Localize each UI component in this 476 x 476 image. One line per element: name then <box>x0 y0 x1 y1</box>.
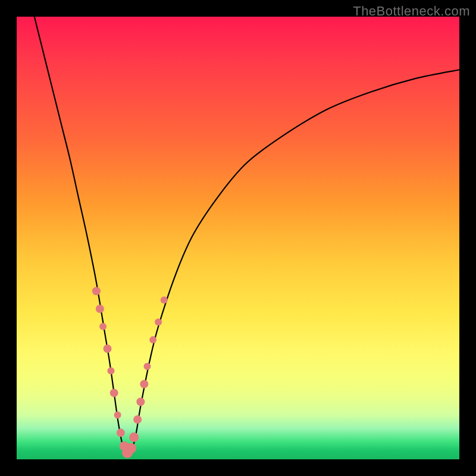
sample-dot <box>107 367 114 374</box>
plot-area <box>17 17 459 459</box>
sample-dot <box>110 389 118 397</box>
sample-dot <box>126 443 136 453</box>
sample-dots-group <box>92 287 168 458</box>
watermark-text: TheBottleneck.com <box>353 4 470 19</box>
sample-dot <box>140 380 148 389</box>
sample-dot <box>99 323 107 330</box>
sample-dot <box>133 415 142 424</box>
sample-dot <box>104 345 112 353</box>
sample-dot <box>143 363 151 370</box>
sample-dot <box>129 433 139 442</box>
sample-dot <box>136 397 145 406</box>
chart-svg <box>17 17 459 459</box>
sample-dot <box>155 318 162 325</box>
sample-dot <box>161 296 168 303</box>
chart-frame: TheBottleneck.com <box>0 0 476 476</box>
sample-dot <box>92 287 101 295</box>
sample-dot <box>114 412 121 419</box>
sample-dot <box>96 305 104 313</box>
bottleneck-curve <box>35 17 459 455</box>
sample-dot <box>117 428 125 437</box>
sample-dot <box>149 336 156 343</box>
